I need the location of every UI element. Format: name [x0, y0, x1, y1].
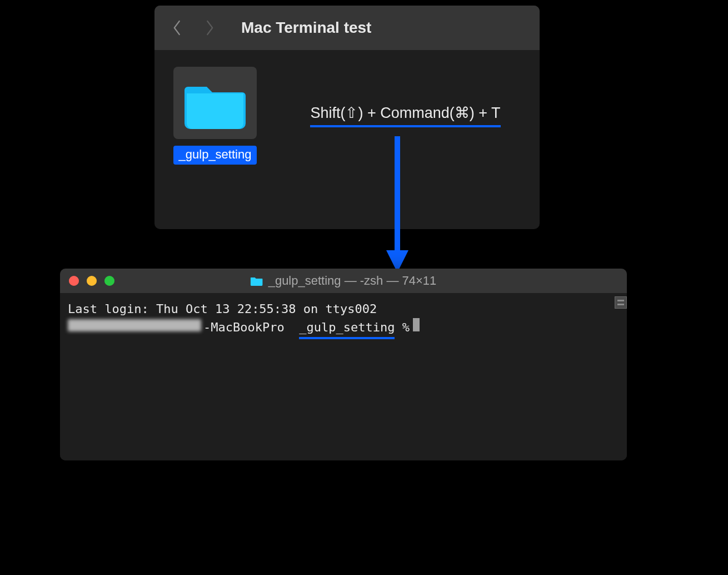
folder-label: _gulp_setting — [173, 146, 257, 165]
chevron-right-icon — [205, 19, 215, 36]
finder-window: Mac Terminal test _gulp_setting Shift(⇧)… — [154, 6, 540, 229]
shortcut-area: Shift(⇧) + Command(⌘) + T — [285, 104, 526, 127]
finder-toolbar: Mac Terminal test — [154, 6, 540, 50]
terminal-last-login: Last login: Thu Oct 13 22:55:38 on ttys0… — [68, 300, 619, 318]
redacted-username — [68, 319, 201, 331]
folder-icon — [251, 276, 263, 286]
nav-forward-button[interactable] — [202, 17, 217, 38]
spacer — [285, 318, 300, 336]
terminal-cursor — [413, 318, 420, 331]
folder-item[interactable]: _gulp_setting — [168, 67, 262, 165]
terminal-host: -MacBookPro — [203, 318, 285, 336]
close-button[interactable] — [69, 276, 79, 286]
folder-icon-wrap — [173, 67, 257, 139]
terminal-title-text: _gulp_setting — -zsh — 74×11 — [268, 274, 437, 288]
minimize-button[interactable] — [87, 276, 97, 286]
keyboard-shortcut-label: Shift(⇧) + Command(⌘) + T — [310, 104, 500, 127]
terminal-window: _gulp_setting — -zsh — 74×11 Last login:… — [60, 269, 627, 460]
terminal-prompt-line: -MacBookPro _gulp_setting % — [68, 318, 619, 339]
folder-icon — [185, 77, 246, 130]
terminal-body[interactable]: Last login: Thu Oct 13 22:55:38 on ttys0… — [60, 293, 627, 460]
scroll-indicator-icon — [615, 296, 627, 309]
chevron-left-icon — [172, 19, 182, 36]
finder-title: Mac Terminal test — [241, 19, 371, 37]
terminal-prompt-symbol: % — [402, 318, 410, 336]
finder-body: _gulp_setting Shift(⇧) + Command(⌘) + T — [154, 50, 540, 181]
window-controls — [69, 276, 114, 286]
terminal-cwd: _gulp_setting — [299, 318, 395, 339]
nav-back-button[interactable] — [170, 17, 185, 38]
zoom-button[interactable] — [104, 276, 114, 286]
terminal-titlebar: _gulp_setting — -zsh — 74×11 — [60, 269, 627, 293]
spacer — [395, 318, 402, 336]
terminal-title: _gulp_setting — -zsh — 74×11 — [251, 274, 437, 288]
